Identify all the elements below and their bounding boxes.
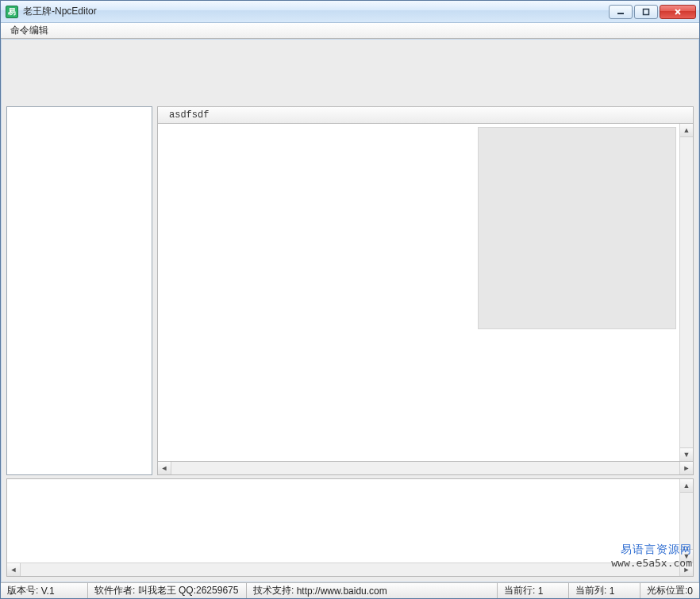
output-vertical-scrollbar[interactable]: ▲ ▼	[679, 479, 693, 563]
statusbar: 版本号: V.1 软件作者: 叫我老王 QQ:26259675 技术支持: ht…	[1, 582, 699, 598]
author-value: 叫我老王 QQ:26259675	[138, 584, 239, 597]
scroll-track[interactable]	[680, 137, 693, 447]
status-author: 软件作者: 叫我老王 QQ:26259675	[88, 583, 247, 598]
caret-value: 0	[687, 586, 693, 597]
scroll-down-icon[interactable]: ▼	[680, 447, 693, 461]
window-title: 老王牌-NpcEditor	[23, 5, 609, 18]
output-horizontal-scrollbar[interactable]: ◄ ►	[7, 563, 693, 576]
version-value: V.1	[41, 586, 55, 597]
output-body[interactable]	[7, 479, 679, 563]
col-value: 1	[610, 586, 615, 597]
scroll-track[interactable]	[21, 563, 679, 576]
editor-header[interactable]: asdfsdf	[157, 106, 694, 124]
scroll-left-icon[interactable]: ◄	[7, 563, 21, 576]
preview-panel[interactable]	[478, 127, 676, 329]
scroll-right-icon[interactable]: ►	[679, 563, 693, 576]
col-label: 当前列:	[575, 584, 606, 597]
status-row: 当前行: 1	[498, 583, 569, 598]
scroll-right-icon[interactable]: ►	[679, 462, 693, 474]
scroll-up-icon[interactable]: ▲	[680, 124, 693, 137]
menubar: 命令编辑	[1, 23, 699, 39]
status-col: 当前列: 1	[569, 583, 640, 598]
caret-label: 光标位置:	[647, 584, 687, 597]
support-link[interactable]: http://www.baidu.com	[297, 586, 387, 597]
minimize-icon	[617, 8, 625, 16]
maximize-button[interactable]	[634, 5, 658, 19]
editor-vertical-scrollbar[interactable]: ▲ ▼	[679, 124, 693, 461]
app-icon: 易	[6, 6, 18, 18]
close-icon	[674, 8, 682, 16]
status-support: 技术支持: http://www.baidu.com	[247, 583, 498, 598]
scroll-track[interactable]	[680, 493, 693, 549]
scroll-left-icon[interactable]: ◄	[158, 462, 171, 474]
toolbar-gap	[2, 40, 698, 106]
menu-command-edit[interactable]: 命令编辑	[6, 22, 53, 39]
titlebar[interactable]: 易 老王牌-NpcEditor	[1, 1, 699, 23]
client-area: asdfsdf ▲ ▼ ◄ ►	[1, 39, 699, 582]
maximize-icon	[642, 8, 650, 16]
scroll-down-icon[interactable]: ▼	[680, 549, 693, 563]
application-window: 易 老王牌-NpcEditor 命令编辑 asdfsdf	[0, 0, 700, 599]
svg-rect-1	[644, 9, 649, 14]
editor-canvas[interactable]	[158, 124, 679, 461]
scroll-up-icon[interactable]: ▲	[680, 479, 693, 493]
output-panel: ▲ ▼ ◄ ►	[6, 478, 694, 577]
scroll-track[interactable]	[171, 462, 679, 474]
author-label: 软件作者:	[94, 584, 135, 597]
row-value: 1	[538, 586, 544, 597]
editor-panel: asdfsdf ▲ ▼ ◄ ►	[157, 106, 694, 475]
editor-box: ▲ ▼	[157, 124, 694, 462]
close-button[interactable]	[660, 5, 696, 19]
editor-header-text: asdfsdf	[169, 109, 209, 121]
editor-horizontal-scrollbar[interactable]: ◄ ►	[157, 462, 694, 475]
tree-panel[interactable]	[6, 106, 152, 475]
row-label: 当前行:	[504, 584, 535, 597]
status-caret: 光标位置: 0	[640, 583, 699, 598]
status-version: 版本号: V.1	[1, 583, 88, 598]
version-label: 版本号:	[7, 584, 38, 597]
support-label: 技术支持:	[253, 584, 294, 597]
minimize-button[interactable]	[609, 5, 633, 19]
